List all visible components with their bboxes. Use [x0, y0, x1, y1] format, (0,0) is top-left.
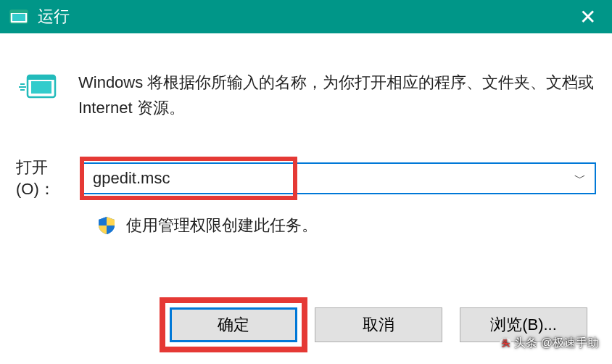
dialog-content: Windows 将根据你所输入的名称，为你打开相应的程序、文件夹、文档或 Int…: [0, 33, 612, 251]
admin-note-text: 使用管理权限创建此任务。: [126, 215, 318, 236]
watermark: 头 头条 @极速手助: [500, 336, 599, 351]
open-row: 打开(O)： ﹀: [16, 157, 596, 200]
watermark-icon: 头: [500, 338, 511, 349]
shield-icon: [97, 216, 116, 235]
open-label: 打开(O)：: [16, 157, 80, 200]
close-button[interactable]: ✕: [572, 5, 603, 29]
description-row: Windows 将根据你所输入的名称，为你打开相应的程序、文件夹、文档或 Int…: [16, 70, 596, 120]
description-text: Windows 将根据你所输入的名称，为你打开相应的程序、文件夹、文档或 Int…: [78, 70, 596, 120]
ok-button-wrap: 确定: [170, 307, 297, 342]
titlebar: 运行 ✕: [0, 0, 612, 33]
watermark-text: 头条 @极速手助: [514, 336, 599, 351]
admin-note-row: 使用管理权限创建此任务。: [16, 215, 596, 236]
svg-rect-1: [12, 14, 25, 21]
open-input[interactable]: [84, 164, 566, 193]
run-icon-large: [16, 73, 57, 102]
run-icon-small: [9, 8, 29, 25]
ok-button[interactable]: 确定: [170, 307, 297, 342]
svg-rect-5: [28, 75, 55, 80]
svg-rect-2: [10, 10, 28, 13]
cancel-button[interactable]: 取消: [315, 307, 442, 342]
window-title: 运行: [38, 6, 572, 28]
combo-container: ﹀: [83, 162, 596, 194]
open-combobox[interactable]: ﹀: [83, 162, 596, 194]
svg-rect-4: [31, 81, 51, 94]
chevron-down-icon[interactable]: ﹀: [566, 171, 595, 186]
